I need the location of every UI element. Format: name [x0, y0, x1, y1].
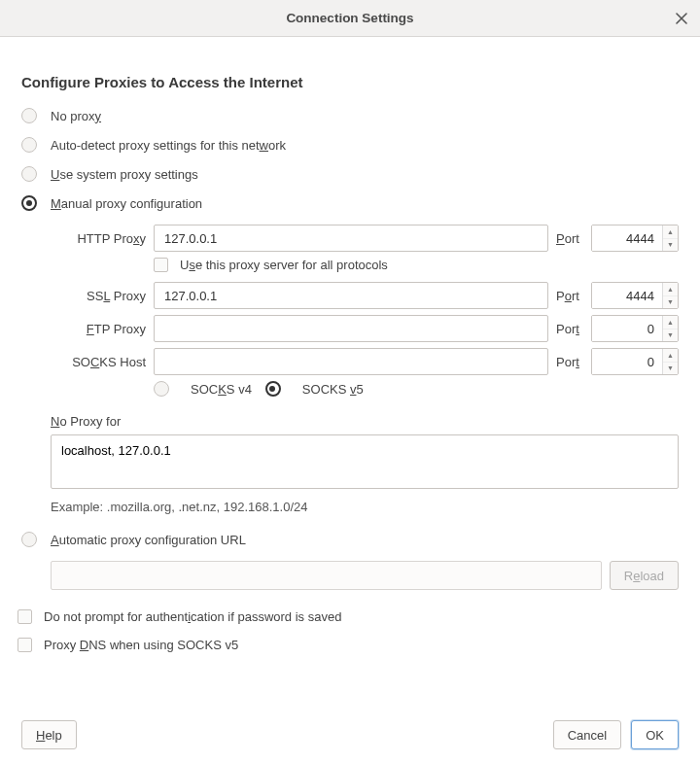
section-heading: Configure Proxies to Access the Internet	[21, 74, 679, 90]
radio-label-no-proxy: No proxy	[51, 109, 101, 123]
radio-auto-detect[interactable]	[21, 137, 37, 153]
help-button[interactable]: Help	[21, 720, 77, 749]
dialog-content: Configure Proxies to Access the Internet…	[0, 37, 700, 652]
titlebar: Connection Settings	[0, 0, 700, 37]
spinner-up-icon[interactable]: ▲	[663, 225, 678, 239]
radio-manual[interactable]	[21, 195, 37, 211]
pac-url-input[interactable]	[51, 561, 602, 590]
ssl-port-label: Port	[556, 289, 583, 303]
radio-row-auto-detect[interactable]: Auto-detect proxy settings for this netw…	[21, 137, 679, 153]
radio-system[interactable]	[21, 166, 37, 182]
http-proxy-label: HTTP Proxy	[51, 231, 146, 246]
ssl-proxy-label: SSL Proxy	[51, 289, 146, 303]
pac-row: Reload	[51, 561, 679, 590]
use-all-protocols-row[interactable]: Use this proxy server for all protocols	[154, 258, 679, 272]
socks-host-input[interactable]	[154, 348, 548, 375]
no-proxy-textarea[interactable]: localhost, 127.0.0.1	[51, 434, 679, 489]
dialog-title: Connection Settings	[286, 11, 413, 25]
ftp-port-label: Port	[556, 322, 583, 336]
close-icon[interactable]	[671, 8, 692, 29]
socks-v5-label: SOCKS v5	[302, 382, 364, 397]
socks-port-input[interactable]	[592, 349, 662, 374]
radio-no-proxy[interactable]	[21, 108, 37, 123]
proxy-dns-label: Proxy DNS when using SOCKS v5	[44, 638, 238, 652]
radio-label-pac: Automatic proxy configuration URL	[51, 533, 246, 547]
spinner-down-icon[interactable]: ▼	[663, 296, 678, 309]
proxy-form: HTTP Proxy Port ▲ ▼ Use this proxy serve…	[51, 225, 679, 397]
spinner-down-icon[interactable]: ▼	[663, 363, 678, 375]
radio-label-manual: Manual proxy configuration	[51, 196, 202, 211]
ftp-proxy-row: FTP Proxy Port ▲ ▼	[51, 315, 679, 342]
radio-socks-v4[interactable]	[154, 381, 169, 397]
socks-host-label: SOCKS Host	[51, 355, 146, 369]
radio-row-system[interactable]: Use system proxy settings	[21, 166, 679, 182]
ssl-port-spinner[interactable]: ▲ ▼	[591, 282, 679, 309]
proxy-dns-checkbox[interactable]	[18, 638, 32, 652]
socks-host-row: SOCKS Host Port ▲ ▼	[51, 348, 679, 375]
proxy-dns-row[interactable]: Proxy DNS when using SOCKS v5	[18, 638, 679, 652]
socks-v4-label: SOCKS v4	[191, 382, 252, 397]
radio-label-auto-detect: Auto-detect proxy settings for this netw…	[51, 138, 286, 153]
no-prompt-checkbox[interactable]	[18, 609, 32, 624]
socks-version-row: SOCKS v4 SOCKS v5	[154, 381, 679, 397]
spinner-down-icon[interactable]: ▼	[663, 329, 678, 342]
cancel-button[interactable]: Cancel	[553, 720, 621, 749]
no-prompt-label: Do not prompt for authentication if pass…	[44, 609, 341, 624]
spinner-up-icon[interactable]: ▲	[663, 349, 678, 363]
radio-row-pac[interactable]: Automatic proxy configuration URL	[21, 532, 679, 547]
spinner-down-icon[interactable]: ▼	[663, 239, 678, 252]
ok-button[interactable]: OK	[631, 720, 679, 749]
spinner-up-icon[interactable]: ▲	[663, 316, 678, 329]
dialog-footer: Help Cancel OK	[21, 720, 679, 749]
ssl-proxy-input[interactable]	[154, 282, 548, 309]
http-port-spinner[interactable]: ▲ ▼	[591, 225, 679, 252]
radio-row-no-proxy[interactable]: No proxy	[21, 108, 679, 123]
radio-pac[interactable]	[21, 532, 37, 547]
ftp-port-input[interactable]	[592, 316, 662, 341]
spinner-up-icon[interactable]: ▲	[663, 283, 678, 296]
use-all-protocols-checkbox[interactable]	[154, 258, 168, 272]
http-proxy-input[interactable]	[154, 225, 548, 252]
radio-label-system: Use system proxy settings	[51, 167, 198, 182]
http-proxy-row: HTTP Proxy Port ▲ ▼	[51, 225, 679, 252]
ftp-proxy-input[interactable]	[154, 315, 548, 342]
no-proxy-example: Example: .mozilla.org, .net.nz, 192.168.…	[51, 500, 679, 514]
http-port-input[interactable]	[592, 225, 662, 251]
socks-port-label: Port	[556, 355, 583, 369]
no-proxy-label: No Proxy for	[51, 414, 679, 429]
ssl-port-input[interactable]	[592, 283, 662, 308]
no-proxy-block: No Proxy for localhost, 127.0.0.1 Exampl…	[51, 414, 679, 514]
radio-row-manual[interactable]: Manual proxy configuration	[21, 195, 679, 211]
socks-port-spinner[interactable]: ▲ ▼	[591, 348, 679, 375]
reload-button[interactable]: Reload	[610, 561, 679, 590]
http-port-label: Port	[556, 231, 583, 246]
radio-socks-v5[interactable]	[265, 381, 281, 397]
use-all-protocols-label: Use this proxy server for all protocols	[180, 258, 388, 272]
ftp-proxy-label: FTP Proxy	[51, 322, 146, 336]
ssl-proxy-row: SSL Proxy Port ▲ ▼	[51, 282, 679, 309]
no-prompt-row[interactable]: Do not prompt for authentication if pass…	[18, 609, 679, 624]
ftp-port-spinner[interactable]: ▲ ▼	[591, 315, 679, 342]
